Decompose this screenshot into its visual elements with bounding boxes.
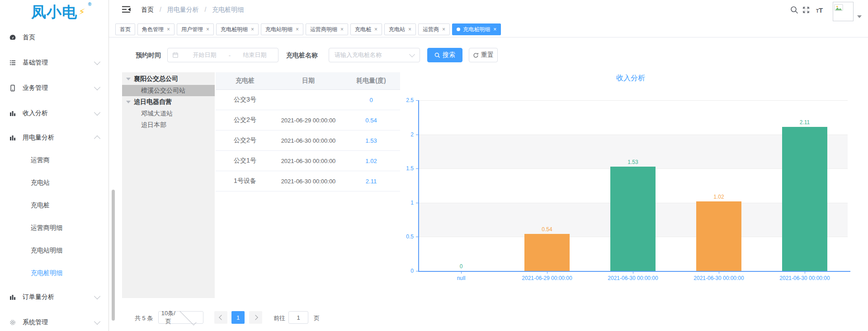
- tab-0[interactable]: 首页: [115, 23, 135, 35]
- page-size-value: 10条/页: [159, 309, 178, 326]
- page-unit-label: 页: [314, 314, 320, 322]
- close-icon[interactable]: ×: [340, 27, 344, 32]
- tab-8[interactable]: 运营商×: [418, 23, 450, 35]
- tab-3[interactable]: 充电桩明细×: [216, 23, 259, 35]
- avatar[interactable]: [833, 2, 854, 21]
- sidebar-item-3[interactable]: 收入分析: [0, 101, 108, 126]
- tab-9[interactable]: 充电桩明细×: [452, 23, 501, 35]
- lightning-icon: ⚡: [78, 6, 85, 18]
- side-menu: 首页基础管理业务管理收入分析用电量分析运营商充电站充电桩运营商明细充电站明细充电…: [0, 25, 108, 331]
- font-size-icon[interactable]: TT: [816, 6, 825, 15]
- close-icon[interactable]: ×: [374, 27, 377, 32]
- page-size-select[interactable]: 10条/页: [158, 311, 203, 324]
- sidebar-item-4[interactable]: 用电量分析: [0, 126, 108, 149]
- cell-value-link[interactable]: 1.53: [342, 137, 400, 144]
- close-icon[interactable]: ×: [408, 27, 411, 32]
- fullscreen-icon[interactable]: [802, 6, 811, 15]
- page-number-current[interactable]: 1: [231, 311, 245, 324]
- prev-page-button[interactable]: [214, 311, 227, 324]
- bar-chart-icon: [9, 294, 16, 301]
- cell-value-link[interactable]: 0.54: [342, 117, 400, 124]
- sidebar-item-0[interactable]: 首页: [0, 25, 108, 50]
- y-axis-label: 2.5: [396, 97, 414, 103]
- sidebar-subitem-1[interactable]: 充电站: [0, 172, 108, 194]
- date-filter-label: 预约时间: [136, 51, 161, 60]
- goto-page-input[interactable]: [288, 311, 308, 324]
- sidebar-subitem-label: 充电站明细: [31, 247, 108, 255]
- x-axis-label: 2021-06-29 00:00:00: [511, 275, 583, 281]
- close-icon[interactable]: ×: [206, 27, 209, 32]
- reset-button[interactable]: 重置: [469, 48, 498, 62]
- date-range-input[interactable]: 开始日期 - 结束日期: [167, 48, 278, 62]
- close-icon[interactable]: ×: [493, 27, 496, 32]
- close-icon[interactable]: ×: [442, 27, 445, 32]
- bar: [696, 201, 741, 271]
- tree-node-1-0[interactable]: 邓城大道站: [122, 108, 215, 119]
- sidebar-subitem-3[interactable]: 运营商明细: [0, 217, 108, 239]
- tab-6[interactable]: 充电桩×: [350, 23, 382, 35]
- cell-value-link[interactable]: 0: [342, 97, 400, 103]
- dashboard-icon: [9, 34, 16, 41]
- chevron-down-icon: [179, 308, 196, 325]
- cell-value-link[interactable]: 1.02: [342, 158, 400, 164]
- tab-2[interactable]: 用户管理×: [177, 23, 214, 35]
- chart-title: 收入分析: [407, 74, 854, 83]
- cell-date-text: 2021-06-29 00:00:00: [280, 116, 336, 125]
- sidebar-subitem-2[interactable]: 充电桩: [0, 194, 108, 217]
- search-icon[interactable]: [790, 6, 799, 15]
- x-tick-icon: [633, 271, 633, 274]
- tab-5[interactable]: 运营商明细×: [306, 23, 348, 35]
- close-icon[interactable]: ×: [251, 27, 254, 32]
- sidebar-subitem-label: 运营商明细: [31, 224, 108, 232]
- consumption-table: 充电桩日期耗电量(度)公交3号0公交2号2021-06-29 00:00:000…: [216, 72, 400, 191]
- breadcrumb-home[interactable]: 首页: [141, 6, 154, 13]
- collapse-sidebar-icon[interactable]: [122, 5, 131, 14]
- table-row: 1号设备2021-06-30 00:00:002.11: [216, 171, 400, 191]
- tab-4[interactable]: 充电站明细×: [261, 23, 303, 35]
- cell-value-link[interactable]: 2.11: [342, 178, 400, 185]
- cell-date: 2021-06-29 00:00:00: [274, 116, 342, 125]
- sidebar-item-2[interactable]: 业务管理: [0, 75, 108, 101]
- brand-name: 凤小电: [31, 2, 77, 23]
- sidebar-item-label: 业务管理: [23, 84, 95, 92]
- chevron-up-icon: [94, 135, 100, 142]
- sidebar-item-1[interactable]: 基础管理: [0, 50, 108, 75]
- tree-node-1-1[interactable]: 追日本部: [122, 119, 215, 131]
- pile-name-placeholder: 请输入充电桩名称: [335, 51, 410, 59]
- tab-7[interactable]: 充电站×: [384, 23, 416, 35]
- sidebar-item-5[interactable]: 订单量分析: [0, 284, 108, 310]
- tab-label: 充电桩明细: [463, 26, 490, 33]
- tab-label: 运营商: [423, 26, 439, 33]
- search-button-label: 搜索: [443, 51, 455, 59]
- gear-icon: [9, 319, 16, 326]
- sidebar-item-6[interactable]: 系统管理: [0, 310, 108, 331]
- close-icon[interactable]: ×: [296, 27, 299, 32]
- sidebar-subitem-0[interactable]: 运营商: [0, 149, 108, 172]
- tree-group-0[interactable]: 襄阳公交总公司: [122, 73, 215, 85]
- cell-pile: 1号设备: [216, 177, 274, 185]
- breadcrumb-section: 用电量分析: [167, 6, 199, 13]
- x-tick-icon: [805, 271, 805, 274]
- tab-1[interactable]: 角色管理×: [137, 23, 175, 35]
- tree-node-0-0[interactable]: 檀溪公交公司站: [122, 85, 215, 96]
- reset-button-label: 重置: [481, 51, 494, 59]
- bar: [610, 167, 656, 271]
- sidebar-item-label: 首页: [23, 33, 99, 42]
- tree-group-1[interactable]: 追日电器自营: [122, 96, 215, 108]
- search-button[interactable]: 搜索: [427, 48, 462, 62]
- cell-pile: 公交2号: [216, 136, 274, 145]
- cell-date: [274, 95, 342, 105]
- pile-name-select[interactable]: 请输入充电桩名称: [329, 48, 420, 62]
- sidebar-subitem-4[interactable]: 充电站明细: [0, 239, 108, 262]
- sidebar-subitem-5[interactable]: 充电桩明细: [0, 262, 108, 284]
- x-axis-label: null: [425, 275, 497, 281]
- cell-pile: 公交3号: [216, 96, 274, 104]
- next-icon: [253, 315, 258, 320]
- user-menu-caret-icon[interactable]: [857, 12, 862, 20]
- brand-logo[interactable]: 凤小电 ⚡ ®: [0, 0, 108, 25]
- cell-date: 2021-06-30 00:00:00: [274, 177, 342, 186]
- breadcrumb-current: 充电桩明细: [212, 6, 244, 13]
- next-page-button[interactable]: [249, 311, 262, 324]
- scrollbar-thumb[interactable]: [112, 190, 115, 321]
- close-icon[interactable]: ×: [167, 27, 170, 32]
